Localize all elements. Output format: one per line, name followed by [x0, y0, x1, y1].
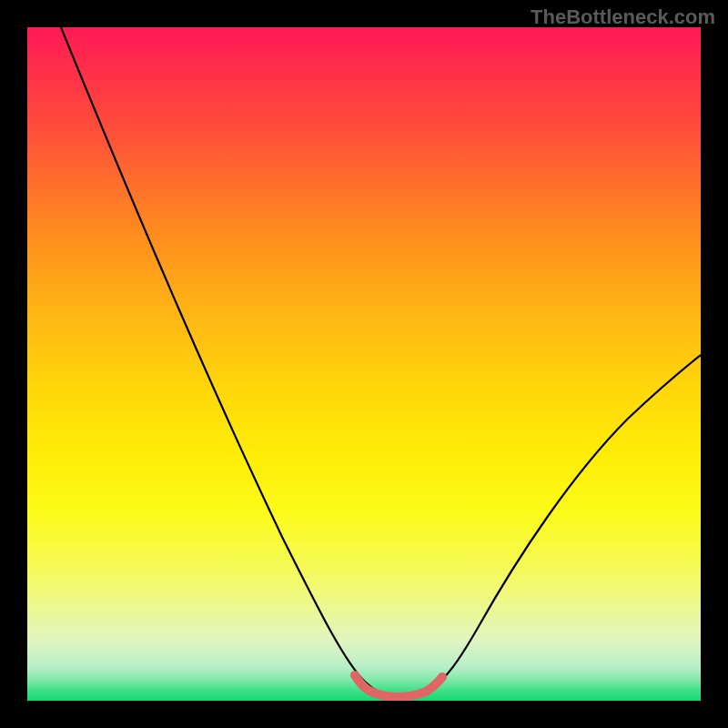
bottleneck-curve	[61, 27, 701, 696]
plot-area	[27, 27, 701, 701]
chart-svg	[27, 27, 701, 701]
sweet-spot-marker	[355, 675, 442, 697]
watermark-text: TheBottleneck.com	[531, 5, 715, 29]
